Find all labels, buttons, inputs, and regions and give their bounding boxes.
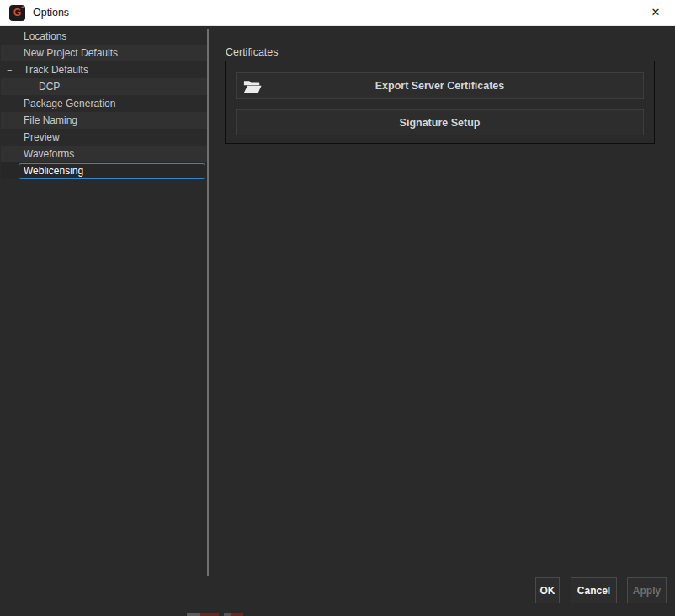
section-title: Certificates bbox=[226, 46, 279, 58]
open-folder-icon bbox=[243, 80, 262, 93]
app-logo-icon: G+ bbox=[9, 5, 25, 21]
sidebar-item-dcp[interactable]: DCP bbox=[1, 78, 207, 95]
title-bar: G+ Options ✕ bbox=[0, 0, 675, 26]
sidebar-item-track-defaults[interactable]: − Track Defaults bbox=[1, 61, 207, 78]
sidebar-splitter-handle[interactable] bbox=[207, 29, 209, 576]
signature-setup-button[interactable]: Signature Setup bbox=[236, 109, 644, 135]
cancel-button[interactable]: Cancel bbox=[571, 577, 617, 603]
close-icon[interactable]: ✕ bbox=[636, 0, 675, 26]
ok-button[interactable]: OK bbox=[535, 577, 560, 603]
sidebar-item-file-naming[interactable]: File Naming bbox=[1, 112, 207, 129]
options-category-tree: Locations New Project Defaults − Track D… bbox=[1, 28, 207, 179]
sidebar-item-preview[interactable]: Preview bbox=[1, 129, 207, 146]
sidebar-item-new-project-defaults[interactable]: New Project Defaults bbox=[1, 45, 207, 61]
sidebar-item-weblicensing[interactable]: Weblicensing bbox=[1, 162, 207, 179]
sidebar-item-waveforms[interactable]: Waveforms bbox=[1, 146, 207, 162]
export-server-certificates-button[interactable]: Export Server Certificates bbox=[236, 72, 644, 99]
sidebar-item-locations[interactable]: Locations bbox=[1, 28, 207, 45]
window-title: Options bbox=[33, 0, 69, 26]
collapse-icon[interactable]: − bbox=[7, 61, 17, 78]
sidebar-item-package-generation[interactable]: Package Generation bbox=[1, 95, 207, 112]
apply-button-disabled: Apply bbox=[627, 577, 667, 603]
